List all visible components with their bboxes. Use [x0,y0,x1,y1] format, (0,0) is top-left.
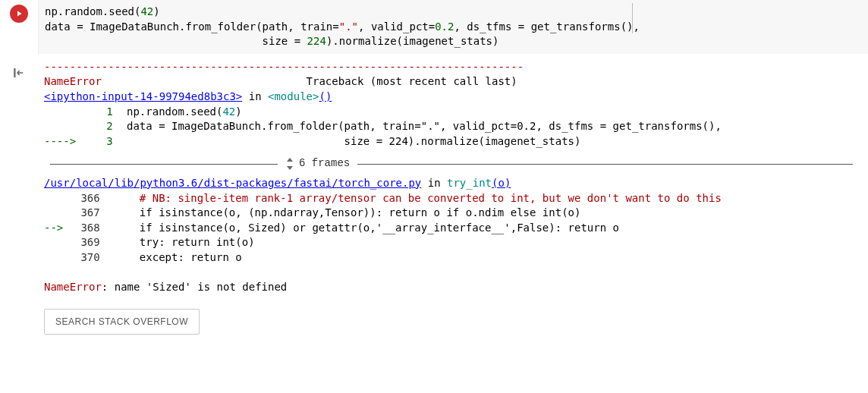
code-input[interactable]: np.random.seed(42) data = ImageDataBunch… [38,0,868,54]
traceback-src-line: 366 # NB: single-item rank-1 array/tenso… [44,191,862,206]
search-stackoverflow-button[interactable]: SEARCH STACK OVERFLOW [44,309,200,335]
traceback-location-2: /usr/local/lib/python3.6/dist-packages/f… [44,176,862,191]
traceback-source-link[interactable]: <ipython-input-14-99794ed8b3c3> [44,90,242,102]
cursor-caret [632,3,633,33]
output-area: ----------------------------------------… [38,54,868,345]
play-icon [14,9,24,18]
frames-line-left [50,164,278,165]
frames-line-right [357,164,853,165]
input-gutter [0,0,38,23]
output-gutter [0,54,38,82]
traceback-file-link[interactable]: /usr/local/lib/python3.6/dist-packages/f… [44,177,421,189]
traceback-src-line: 370 except: return o [44,250,862,266]
traceback-divider: ----------------------------------------… [44,60,862,75]
traceback-final-error: NameError: name 'Sized' is not defined [44,280,862,295]
svg-rect-0 [14,68,15,77]
traceback-src-line-current: --> 368 if isinstance(o, Sized) or getat… [44,221,862,236]
code-line-2: data = ImageDataBunch.from_folder(path, … [45,20,862,35]
frames-expander[interactable]: 6 frames [44,156,862,171]
traceback-src-line: 1 np.random.seed(42) [44,105,862,120]
code-cell-output-row: ----------------------------------------… [0,54,868,345]
traceback-header: NameError Traceback (most recent call la… [44,74,862,90]
code-cell-input-row: np.random.seed(42) data = ImageDataBunch… [0,0,868,54]
run-cell-button[interactable] [10,5,28,23]
traceback-src-line: 2 data = ImageDataBunch.from_folder(path… [44,119,862,134]
code-line-3: size = 224).normalize(imagenet_stats) [45,34,862,49]
frames-label: 6 frames [285,156,350,171]
traceback-location-1: <ipython-input-14-99794ed8b3c3> in <modu… [44,90,862,105]
traceback-src-line: 369 try: return int(o) [44,235,862,250]
code-line-1: np.random.seed(42) [45,5,862,20]
traceback-src-line-current: ----> 3 size = 224).normalize(imagenet_s… [44,134,862,149]
traceback-src-line: 367 if isinstance(o, (np.ndarray,Tensor)… [44,206,862,221]
traceback-blank [44,266,862,281]
output-indicator-icon[interactable] [12,66,26,82]
expand-collapse-icon [285,158,294,170]
